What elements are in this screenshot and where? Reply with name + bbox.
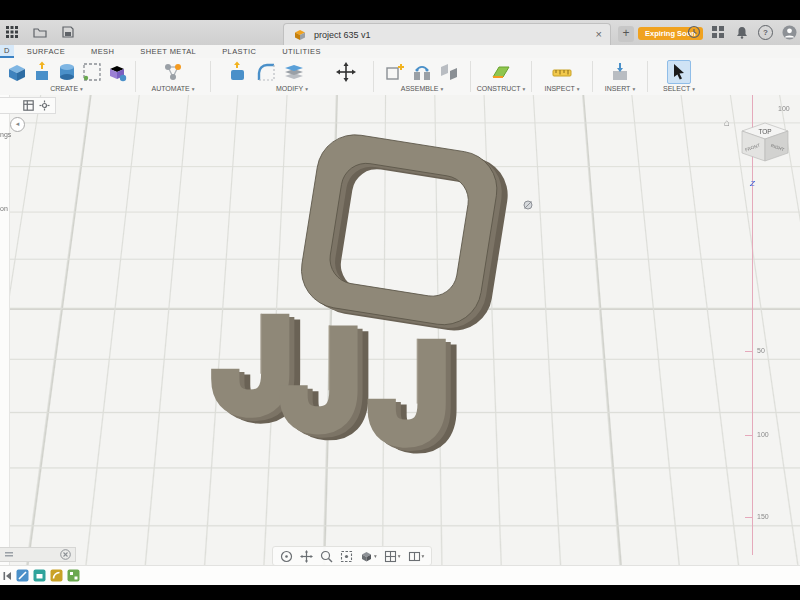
chevron-down-icon: ▾ <box>422 553 425 559</box>
chevron-down-icon: ▾ <box>632 86 635 92</box>
inspect-menu[interactable]: INSPECT▾ <box>544 85 579 92</box>
ribbon-group-modify: MODIFY▾ <box>213 58 371 95</box>
tab-mesh[interactable]: MESH <box>78 47 127 56</box>
tab-solid-clipped[interactable]: D <box>0 45 14 58</box>
construct-menu[interactable]: CONSTRUCT▾ <box>477 85 526 92</box>
ribbon-group-assemble: ASSEMBLE▾ <box>376 58 468 95</box>
ribbon-divider <box>647 61 648 92</box>
browser-settings-icon[interactable] <box>39 97 50 115</box>
ruler-tick <box>745 435 752 436</box>
viewcube-home-icon[interactable]: ⌂ <box>724 117 730 128</box>
chevron-down-icon: ▾ <box>192 86 195 92</box>
automation-nodes-icon[interactable] <box>162 61 184 83</box>
ribbon-tab-row: D SURFACE MESH SHEET METAL PLASTIC UTILI… <box>0 45 800 58</box>
help-icon[interactable]: ? <box>758 25 773 40</box>
viewcube-top-label: TOP <box>758 128 771 135</box>
chevron-down-icon: ▾ <box>692 86 695 92</box>
new-component-icon[interactable] <box>384 61 406 83</box>
model-3d[interactable] <box>0 95 800 565</box>
bottom-left-panel[interactable] <box>0 547 76 562</box>
timeline-sketch-feature-icon[interactable] <box>16 569 29 582</box>
timeline-fillet-feature-icon[interactable] <box>50 569 63 582</box>
screen: project 635 v1 × + Expiring Soon ? <box>0 0 800 600</box>
viewports-icon[interactable]: ▾ <box>408 550 425 563</box>
viewport-canvas[interactable]: ngs on ◂ 100 50 100 150 ⌂ <box>0 95 800 565</box>
primitive-box-icon[interactable] <box>106 61 128 83</box>
new-tab-button[interactable]: + <box>618 26 634 42</box>
browser-item-label-fragment: ngs <box>0 131 11 138</box>
ribbon-divider <box>135 61 136 92</box>
tab-utilities[interactable]: UTILITIES <box>269 47 334 56</box>
align-icon[interactable] <box>438 61 460 83</box>
viewcube[interactable]: TOP FRONT RIGHT <box>736 115 794 163</box>
ribbon-group-inspect: INSPECT▾ <box>534 58 590 95</box>
timeline-bar <box>0 565 800 586</box>
tab-surface[interactable]: SURFACE <box>14 47 78 56</box>
z-axis-label: Z <box>750 179 755 188</box>
display-settings-icon[interactable]: ▾ <box>360 550 377 563</box>
assemble-menu[interactable]: ASSEMBLE▾ <box>401 85 444 92</box>
create-sketch-icon[interactable] <box>81 61 103 83</box>
create-menu[interactable]: CREATE▾ <box>50 85 83 92</box>
save-icon[interactable] <box>60 24 76 40</box>
browser-collapse-button[interactable]: ◂ <box>10 117 25 132</box>
document-icon <box>292 27 308 43</box>
insert-menu[interactable]: INSERT▾ <box>605 85 635 92</box>
ribbon-divider <box>210 61 211 92</box>
chevron-down-icon: ▾ <box>398 553 401 559</box>
new-solid-icon[interactable] <box>6 61 28 83</box>
press-pull-icon[interactable] <box>227 61 249 83</box>
fit-view-icon[interactable] <box>340 550 353 563</box>
ribbon-group-select: SELECT▾ <box>650 58 708 95</box>
chevron-down-icon: ▾ <box>374 553 377 559</box>
pan-icon[interactable] <box>300 550 313 563</box>
construction-plane-icon[interactable] <box>490 61 512 83</box>
notifications-bell-icon[interactable] <box>734 24 750 40</box>
fusion-window: project 635 v1 × + Expiring Soon ? <box>0 20 800 585</box>
tab-sheet-metal[interactable]: SHEET METAL <box>127 47 209 56</box>
joint-icon[interactable] <box>411 61 433 83</box>
select-menu[interactable]: SELECT▾ <box>663 85 695 92</box>
zoom-icon[interactable] <box>320 550 333 563</box>
file-menu-icon[interactable] <box>32 24 48 40</box>
tab-plastic[interactable]: PLASTIC <box>209 47 269 56</box>
document-title: project 635 v1 <box>314 30 371 40</box>
document-tab[interactable]: project 635 v1 × <box>283 23 611 45</box>
automate-menu[interactable]: AUTOMATE▾ <box>151 85 194 92</box>
ribbon-divider <box>373 61 374 92</box>
insert-icon[interactable] <box>609 61 631 83</box>
data-panel-grid-icon[interactable] <box>4 24 20 40</box>
timeline-extrude-feature-icon[interactable] <box>33 569 46 582</box>
chevron-down-icon: ▾ <box>523 86 526 92</box>
navigation-bar: ▾ ▾ ▾ <box>272 546 432 565</box>
origin-point-icon[interactable] <box>522 199 534 211</box>
user-avatar[interactable] <box>781 24 797 40</box>
apps-grid-icon[interactable] <box>710 24 726 40</box>
timeline-pattern-feature-icon[interactable] <box>67 569 80 582</box>
chevron-down-icon: ▾ <box>305 86 308 92</box>
move-icon[interactable] <box>335 61 357 83</box>
grid-snaps-icon[interactable]: ▾ <box>384 550 401 563</box>
browser-filter-icon[interactable] <box>23 97 34 115</box>
fillet-icon[interactable] <box>255 61 277 83</box>
titlebar: project 635 v1 × + Expiring Soon ? <box>0 20 800 46</box>
ribbon-group-construct: CONSTRUCT▾ <box>473 58 529 95</box>
select-cursor-icon[interactable] <box>667 60 691 84</box>
shell-icon[interactable] <box>283 61 305 83</box>
close-tab-icon[interactable]: × <box>596 29 602 40</box>
panel-close-icon[interactable] <box>60 549 71 560</box>
letterbox-bottom <box>0 585 800 600</box>
ribbon-group-insert: INSERT▾ <box>595 58 645 95</box>
timeline-rewind-icon[interactable] <box>2 570 12 582</box>
ruler-label: 100 <box>778 105 790 112</box>
job-status-clock-icon[interactable] <box>686 24 702 40</box>
panel-grip-icon <box>4 550 14 560</box>
orbit-icon[interactable] <box>280 550 293 563</box>
measure-icon[interactable] <box>551 61 573 83</box>
ribbon-toolbar: CREATE▾ AUTOMATE▾ <box>0 58 800 96</box>
modify-menu[interactable]: MODIFY▾ <box>276 85 308 92</box>
chevron-down-icon: ▾ <box>440 86 443 92</box>
revolve-icon[interactable] <box>56 61 78 83</box>
ribbon-group-automate: AUTOMATE▾ <box>138 58 208 95</box>
extrude-icon[interactable] <box>31 61 53 83</box>
